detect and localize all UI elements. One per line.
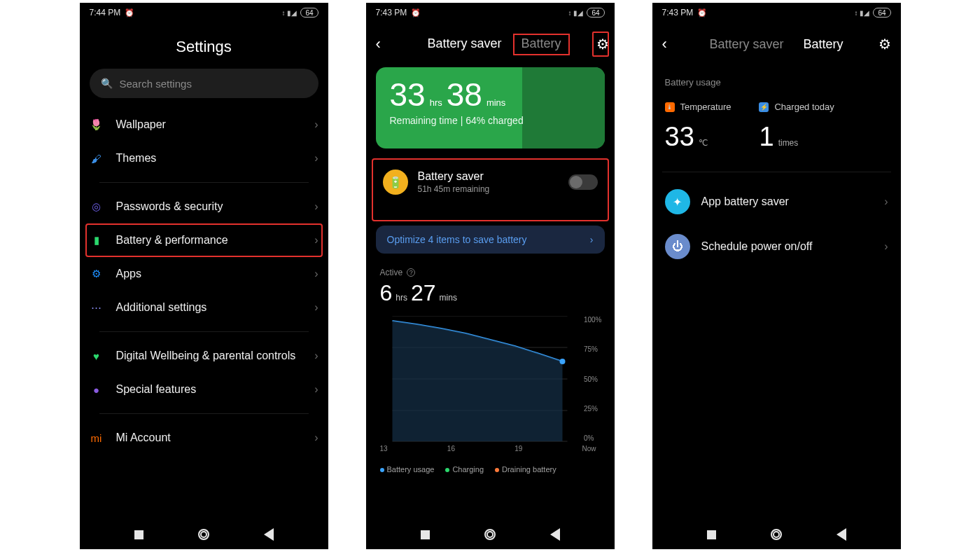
chevron-right-icon: › <box>314 200 318 213</box>
status-bar: 7:44 PM ⏰ ↕ ▮◢ 64 <box>80 3 328 22</box>
temperature-value: 33 <box>665 122 694 152</box>
active-label: Active <box>380 268 403 277</box>
chevron-right-icon: › <box>884 240 888 253</box>
nav-home[interactable] <box>198 529 209 540</box>
item-label: Themes <box>116 152 302 165</box>
info-icon[interactable]: ? <box>407 268 415 277</box>
chart-xlabel: 13 <box>380 445 388 453</box>
back-icon[interactable]: ‹ <box>662 35 679 53</box>
chart-ylabel: 100% <box>584 316 602 324</box>
chart-xlabel: 16 <box>447 445 455 453</box>
option-label: App battery saver <box>701 195 874 208</box>
active-hrs: 6 <box>380 280 393 306</box>
gear-icon[interactable]: ⚙ <box>874 36 891 53</box>
nav-back[interactable] <box>264 528 274 541</box>
active-mins: 27 <box>411 280 436 306</box>
header-row: ‹ Battery saver Battery ⚙ <box>366 22 615 62</box>
battery-chart: 100%75%50%25%0% <box>380 316 601 442</box>
chevron-right-icon: › <box>314 152 318 165</box>
chevron-right-icon: › <box>314 432 318 444</box>
tab-battery[interactable]: Battery <box>513 34 570 55</box>
settings-item-passwords-security[interactable]: ◎Passwords & security› <box>90 190 318 223</box>
battery-saver-icon: 🔋 <box>383 170 408 195</box>
signal-icon: ↕ ▮◢ <box>282 9 298 17</box>
battery-saver-row[interactable]: 🔋 Battery saver 51h 45m remaining <box>377 165 603 199</box>
chart-xlabels: 131619Now <box>380 445 596 453</box>
settings-item-apps[interactable]: ⚙Apps› <box>90 257 318 291</box>
gear-icon[interactable]: ⚙ <box>592 32 609 57</box>
settings-item-wallpaper[interactable]: 🌷Wallpaper› <box>90 108 318 142</box>
settings-item-special-features[interactable]: ●Special features› <box>90 373 318 406</box>
item-icon: ♥ <box>90 349 104 363</box>
item-icon: mi <box>90 431 104 445</box>
settings-item-digital-wellbeing-parental-controls[interactable]: ♥Digital Wellbeing & parental controls› <box>90 339 318 373</box>
optimize-button[interactable]: Optimize 4 items to save battery › <box>376 226 605 254</box>
status-bar: 7:43 PM ⏰ ↕ ▮◢ 64 <box>652 3 901 22</box>
chart-svg <box>380 316 601 442</box>
item-icon: ▮ <box>90 233 104 247</box>
screen-battery-saver: 7:43 PM ⏰ ↕ ▮◢ 64 ‹ Battery saver Batter… <box>366 3 615 549</box>
item-icon: ◎ <box>90 200 104 214</box>
stat-charged-today: ⚡ Charged today 1 times <box>759 102 834 152</box>
tab-battery[interactable]: Battery <box>804 37 844 52</box>
item-icon: 🌷 <box>90 118 104 132</box>
legend-item: Draining battery <box>495 465 556 474</box>
search-bar[interactable]: 🔍 <box>90 69 318 98</box>
nav-home[interactable] <box>484 529 496 540</box>
chevron-right-icon: › <box>314 350 318 362</box>
settings-item-themes[interactable]: 🖌Themes› <box>90 142 318 175</box>
status-time: 7:43 PM <box>376 8 407 18</box>
nav-bar <box>652 520 901 549</box>
alarm-icon: ⏰ <box>125 8 134 18</box>
search-icon: 🔍 <box>101 78 113 89</box>
alarm-icon: ⏰ <box>411 8 421 18</box>
option-schedule-power-on-off[interactable]: ⏻Schedule power on/off› <box>652 224 901 269</box>
item-icon: 🖌 <box>90 151 104 165</box>
nav-home[interactable] <box>771 529 782 540</box>
chevron-right-icon: › <box>314 301 318 314</box>
chart-xlabel: Now <box>582 445 596 453</box>
item-label: Digital Wellbeing & parental controls <box>116 350 302 362</box>
option-app-battery-saver[interactable]: ✦App battery saver› <box>652 179 901 224</box>
nav-recent[interactable] <box>421 530 430 539</box>
nav-back[interactable] <box>550 528 560 541</box>
battery-saver-sub: 51h 45m remaining <box>418 184 490 194</box>
tab-battery-saver[interactable]: Battery saver <box>709 37 783 52</box>
chart-ylabel: 75% <box>584 345 602 353</box>
back-icon[interactable]: ‹ <box>376 35 393 53</box>
section-battery-usage: Battery usage <box>652 62 901 96</box>
battery-card[interactable]: 33 hrs 38 mins Remaining time | 64% char… <box>376 67 605 149</box>
settings-item-battery-performance[interactable]: ▮Battery & performance› <box>85 223 323 257</box>
header-row: ‹ Battery saver Battery ⚙ <box>652 22 901 62</box>
chevron-right-icon: › <box>314 234 318 247</box>
screen-settings: 7:44 PM ⏰ ↕ ▮◢ 64 Settings 🔍 🌷Wallpaper›… <box>80 3 328 549</box>
active-section: Active ? 6 hrs 27 mins <box>366 263 615 306</box>
nav-recent[interactable] <box>134 530 144 539</box>
battery-pill: 64 <box>873 8 890 18</box>
search-input[interactable] <box>120 78 307 90</box>
nav-back[interactable] <box>836 528 846 541</box>
battery-saver-highlight: 🔋 Battery saver 51h 45m remaining <box>372 158 609 221</box>
nav-bar <box>80 520 328 549</box>
signal-icon: ↕ ▮◢ <box>855 9 870 17</box>
alarm-icon: ⏰ <box>697 8 707 18</box>
status-bar: 7:43 PM ⏰ ↕ ▮◢ 64 <box>366 3 615 22</box>
battery-pill: 64 <box>587 8 604 18</box>
item-label: Passwords & security <box>116 200 302 213</box>
screen-battery: 7:43 PM ⏰ ↕ ▮◢ 64 ‹ Battery saver Batter… <box>652 3 901 549</box>
status-time: 7:44 PM <box>90 8 121 18</box>
charged-value: 1 <box>759 122 774 152</box>
settings-item-mi-account[interactable]: miMi Account› <box>90 421 318 455</box>
chevron-right-icon: › <box>314 118 318 131</box>
remaining-hours: 33 <box>390 78 426 111</box>
svg-point-5 <box>559 359 565 364</box>
nav-bar <box>366 520 615 549</box>
battery-saver-toggle[interactable] <box>568 174 598 190</box>
item-icon: ⚙ <box>90 267 104 281</box>
nav-recent[interactable] <box>707 530 716 539</box>
temperature-icon: 🌡 <box>665 102 675 112</box>
settings-item-additional-settings[interactable]: ⋯Additional settings› <box>90 291 318 324</box>
item-icon: ⋯ <box>90 301 104 315</box>
tab-battery-saver[interactable]: Battery saver <box>427 36 501 53</box>
option-icon: ⏻ <box>665 234 690 259</box>
